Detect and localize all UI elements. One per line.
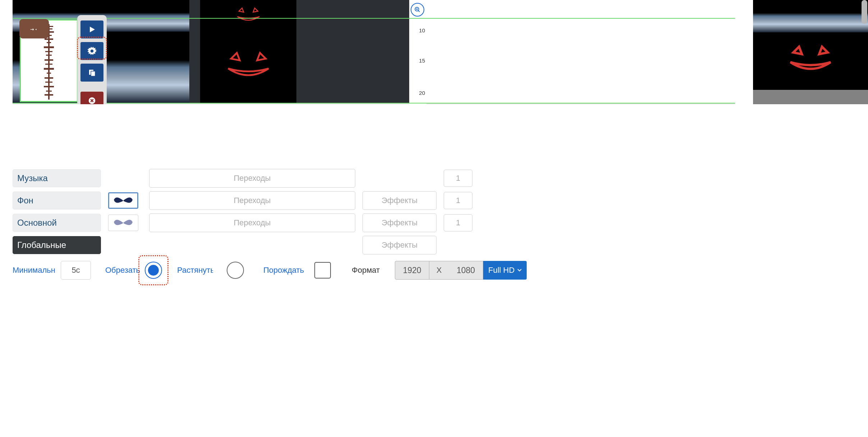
timeline-upper — [13, 0, 868, 32]
ruler-tick: 20 — [419, 90, 425, 96]
ruler-tick: 15 — [419, 58, 425, 64]
ruler-end: 22.200 — [407, 104, 425, 104]
pin-button[interactable] — [19, 19, 49, 38]
svg-rect-17 — [46, 91, 52, 92]
preview-column — [753, 0, 868, 104]
copy-icon — [88, 68, 96, 77]
timeline-area: audio.mp3 ? — [13, 0, 868, 104]
timeline-lower — [13, 32, 868, 103]
svg-rect-20 — [91, 71, 95, 76]
svg-rect-13 — [47, 73, 51, 74]
svg-rect-9 — [46, 55, 52, 56]
svg-rect-6 — [47, 42, 51, 43]
time-ruler: 10 15 20 22.200 — [409, 0, 426, 104]
clip-toolbar: ? — [77, 15, 107, 104]
clip-gap[interactable] — [189, 32, 200, 103]
svg-rect-8 — [45, 51, 52, 52]
pin-icon — [30, 25, 38, 33]
preview-overlay — [753, 90, 868, 104]
ruler-tick: 10 — [419, 27, 425, 33]
svg-rect-12 — [44, 68, 54, 70]
settings-button[interactable] — [80, 42, 103, 60]
svg-rect-18 — [45, 94, 53, 96]
zoom-in-icon — [414, 6, 421, 13]
play-button[interactable] — [80, 20, 103, 38]
svg-rect-14 — [45, 77, 53, 79]
svg-rect-11 — [45, 64, 52, 65]
clip-face-1[interactable] — [200, 0, 296, 32]
svg-rect-15 — [45, 82, 52, 83]
svg-rect-7 — [44, 46, 54, 48]
trim-line-bottom — [13, 103, 735, 104]
preview-frame-1[interactable] — [753, 0, 868, 32]
preview-frame-3[interactable] — [753, 90, 868, 104]
scrollbar-thumb[interactable] — [862, 0, 867, 24]
gear-icon — [87, 46, 97, 56]
trim-line-top — [13, 18, 735, 19]
audio-clip[interactable] — [20, 19, 78, 102]
close-icon — [88, 97, 96, 104]
svg-rect-5 — [45, 38, 53, 40]
play-icon — [88, 25, 96, 34]
svg-rect-16 — [44, 86, 54, 87]
svg-rect-10 — [45, 59, 53, 61]
clip-gap[interactable] — [296, 32, 410, 103]
delete-button[interactable] — [80, 92, 103, 104]
copy-button[interactable] — [80, 64, 103, 82]
zoom-in-button[interactable] — [411, 3, 424, 17]
clip-gap[interactable] — [189, 0, 200, 32]
clip-face-2[interactable] — [200, 32, 296, 103]
clip-gap[interactable] — [296, 0, 410, 32]
preview-frame-2[interactable] — [753, 32, 868, 90]
